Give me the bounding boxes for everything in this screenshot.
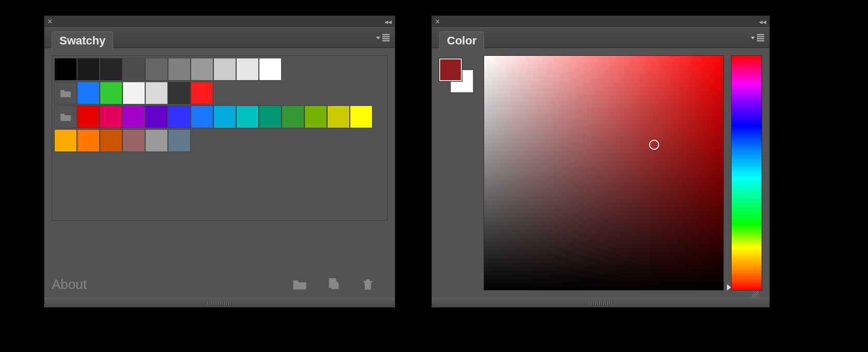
swatch[interactable] xyxy=(122,58,145,81)
swatch[interactable] xyxy=(168,105,191,128)
new-folder-button[interactable] xyxy=(290,276,309,293)
delete-button[interactable] xyxy=(359,276,377,293)
swatchy-footer: About xyxy=(52,276,388,293)
swatch[interactable] xyxy=(350,105,373,128)
swatch[interactable] xyxy=(145,58,168,81)
hue-indicator-icon[interactable] xyxy=(727,284,731,290)
new-swatch-button[interactable] xyxy=(324,276,343,293)
swatch[interactable] xyxy=(122,129,145,152)
swatch[interactable] xyxy=(213,105,236,128)
swatch-row xyxy=(54,129,385,152)
color-header: Color xyxy=(432,27,769,48)
swatch[interactable] xyxy=(145,129,168,152)
panel-menu-button[interactable] xyxy=(376,34,390,41)
menu-icon xyxy=(382,34,390,41)
swatch-row xyxy=(54,105,385,128)
folder-icon[interactable] xyxy=(54,105,77,128)
grip-icon xyxy=(208,301,231,305)
resize-grip-icon[interactable] xyxy=(752,290,759,298)
trash-icon xyxy=(361,278,375,291)
swatchy-header: Swatchy xyxy=(44,27,395,48)
swatch[interactable] xyxy=(259,105,282,128)
chevron-down-icon xyxy=(376,37,380,39)
menu-icon xyxy=(757,34,764,41)
swatch[interactable] xyxy=(100,58,122,81)
chevron-down-icon xyxy=(751,37,755,39)
swatch[interactable] xyxy=(77,105,100,128)
swatch[interactable] xyxy=(77,82,100,104)
grip-icon xyxy=(589,301,613,305)
swatchy-body: About xyxy=(44,48,395,298)
swatch[interactable] xyxy=(304,105,327,128)
hue-slider[interactable] xyxy=(731,55,762,290)
swatchy-tab[interactable]: Swatchy xyxy=(52,32,113,51)
swatch[interactable] xyxy=(122,105,145,128)
swatch-grid xyxy=(52,55,388,221)
swatch[interactable] xyxy=(168,58,191,81)
swatch[interactable] xyxy=(213,58,236,81)
close-icon[interactable]: × xyxy=(48,18,52,26)
swatch[interactable] xyxy=(77,58,100,81)
swatch[interactable] xyxy=(100,105,122,128)
swatch[interactable] xyxy=(145,105,168,128)
swatch[interactable] xyxy=(282,105,304,128)
swatch[interactable] xyxy=(191,82,213,104)
color-topbar: × ◂◂ xyxy=(432,16,769,27)
swatch[interactable] xyxy=(54,129,77,152)
swatch[interactable] xyxy=(77,129,100,152)
swatch[interactable] xyxy=(327,105,350,128)
swatch[interactable] xyxy=(168,129,191,152)
swatch[interactable] xyxy=(122,82,145,104)
color-bottombar xyxy=(432,298,769,307)
color-panel: × ◂◂ Color xyxy=(431,16,770,308)
swatch[interactable] xyxy=(54,58,77,81)
swatch[interactable] xyxy=(168,82,191,104)
swatch[interactable] xyxy=(236,58,259,81)
collapse-icon[interactable]: ◂◂ xyxy=(384,18,392,25)
swatch-row xyxy=(54,58,385,81)
footer-buttons xyxy=(290,276,388,293)
swatch[interactable] xyxy=(236,105,259,128)
collapse-icon[interactable]: ◂◂ xyxy=(759,18,766,25)
swatchy-panel: × ◂◂ Swatchy About xyxy=(44,16,395,308)
color-tab[interactable]: Color xyxy=(439,32,484,51)
swatchy-bottombar xyxy=(44,298,395,307)
panel-menu-button[interactable] xyxy=(751,34,764,41)
swatch[interactable] xyxy=(100,82,122,104)
swatch[interactable] xyxy=(100,129,122,152)
folder-icon[interactable] xyxy=(54,82,77,104)
swatch[interactable] xyxy=(259,58,282,81)
swatch[interactable] xyxy=(145,82,168,104)
swatch[interactable] xyxy=(191,105,213,128)
new-page-icon xyxy=(327,277,341,292)
saturation-value-field[interactable] xyxy=(484,55,724,290)
swatch[interactable] xyxy=(191,58,213,81)
about-link[interactable]: About xyxy=(52,277,87,293)
color-cursor[interactable] xyxy=(649,140,659,150)
fgbg-selector xyxy=(439,55,476,290)
close-icon[interactable]: × xyxy=(435,18,440,26)
swatchy-topbar: × ◂◂ xyxy=(44,16,395,27)
swatch-row xyxy=(54,82,385,104)
foreground-color-swatch[interactable] xyxy=(439,58,462,81)
folder-icon xyxy=(292,278,307,291)
color-body xyxy=(432,48,769,298)
